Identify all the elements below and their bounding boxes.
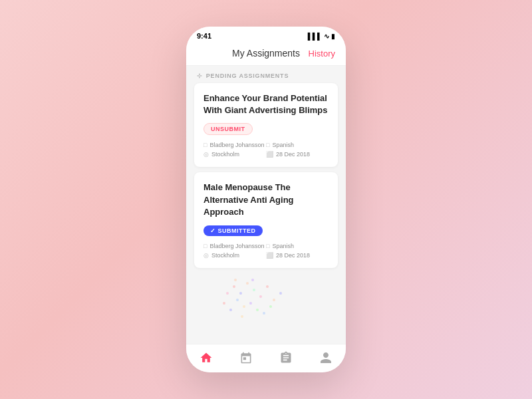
- phone-container: 9:41 ▌▌▌ ∿ ▮ My Assignments History ⊹ PE…: [186, 27, 346, 372]
- person-icon-2: □: [203, 243, 207, 249]
- svg-point-7: [249, 302, 252, 305]
- assignment-card-2[interactable]: Male Menopause The Alternative Anti Agin…: [194, 172, 338, 268]
- svg-point-8: [256, 309, 259, 311]
- header-title: My Assignments: [232, 48, 300, 59]
- svg-point-2: [246, 282, 249, 285]
- submitted-badge[interactable]: SUBMITTED: [203, 225, 263, 236]
- content-area: ⊹ PENDING ASSIGNMENTS Enhance Your Brand…: [186, 66, 346, 344]
- svg-point-3: [253, 289, 255, 291]
- language-icon-2: □: [266, 243, 269, 249]
- svg-point-9: [266, 285, 269, 288]
- battery-icon: ▮: [331, 33, 335, 40]
- card-2-location: ◎ Stockholm: [203, 252, 266, 259]
- card-1-language: □ Spanish: [266, 142, 329, 148]
- svg-point-15: [251, 279, 254, 281]
- svg-point-13: [263, 312, 265, 315]
- wifi-icon: ∿: [324, 33, 329, 40]
- svg-point-16: [269, 305, 272, 308]
- nav-calendar[interactable]: [239, 351, 253, 364]
- svg-point-1: [239, 292, 242, 295]
- card-2-meta: □ Bladberg Johansson □ Spanish ◎ Stockho…: [203, 243, 329, 259]
- card-2-date: ⬜ 28 Dec 2018: [266, 252, 329, 259]
- card-2-title: Male Menopause The Alternative Anti Agin…: [203, 182, 329, 218]
- header: My Assignments History: [186, 43, 346, 66]
- svg-point-19: [234, 279, 237, 281]
- card-1-title: Enhance Your Brand Potential With Giant …: [203, 92, 329, 116]
- card-2-author: □ Bladberg Johansson: [203, 243, 266, 249]
- dots-decoration: [194, 273, 338, 327]
- calendar-icon-2: ⬜: [266, 252, 273, 259]
- bottom-nav: [186, 344, 346, 372]
- signal-icon: ▌▌▌: [308, 33, 322, 40]
- svg-point-11: [273, 299, 275, 301]
- svg-point-18: [279, 292, 282, 295]
- calendar-icon: ⬜: [266, 151, 273, 158]
- svg-point-10: [229, 309, 232, 311]
- card-2-language: □ Spanish: [266, 243, 329, 249]
- location-icon: ◎: [203, 151, 209, 158]
- history-tab[interactable]: History: [309, 49, 335, 59]
- unsubmit-badge[interactable]: UNSUBMIT: [203, 123, 253, 135]
- nav-home[interactable]: [200, 351, 213, 364]
- time: 9:41: [197, 32, 211, 40]
- svg-point-6: [243, 305, 245, 308]
- card-1-date: ⬜ 28 Dec 2018: [266, 151, 329, 158]
- card-1-author: □ Bladberg Johansson: [203, 142, 266, 148]
- svg-point-17: [223, 302, 225, 305]
- status-icons: ▌▌▌ ∿ ▮: [308, 33, 335, 40]
- assignment-card-1[interactable]: Enhance Your Brand Potential With Giant …: [194, 83, 338, 167]
- section-label: ⊹ PENDING ASSIGNMENTS: [186, 66, 346, 83]
- svg-point-0: [233, 285, 235, 288]
- card-1-location: ◎ Stockholm: [203, 151, 266, 158]
- nav-profile[interactable]: [319, 351, 332, 364]
- person-icon: □: [203, 142, 207, 148]
- nav-clipboard[interactable]: [279, 351, 293, 364]
- location-icon-2: ◎: [203, 252, 209, 259]
- svg-point-5: [236, 299, 239, 301]
- status-bar: 9:41 ▌▌▌ ∿ ▮: [186, 27, 346, 43]
- pin-icon: ⊹: [197, 72, 203, 79]
- svg-point-14: [241, 315, 243, 318]
- language-icon: □: [266, 142, 269, 148]
- svg-point-4: [259, 295, 262, 298]
- card-1-meta: □ Bladberg Johansson □ Spanish ◎ Stockho…: [203, 142, 329, 158]
- svg-point-12: [226, 292, 229, 295]
